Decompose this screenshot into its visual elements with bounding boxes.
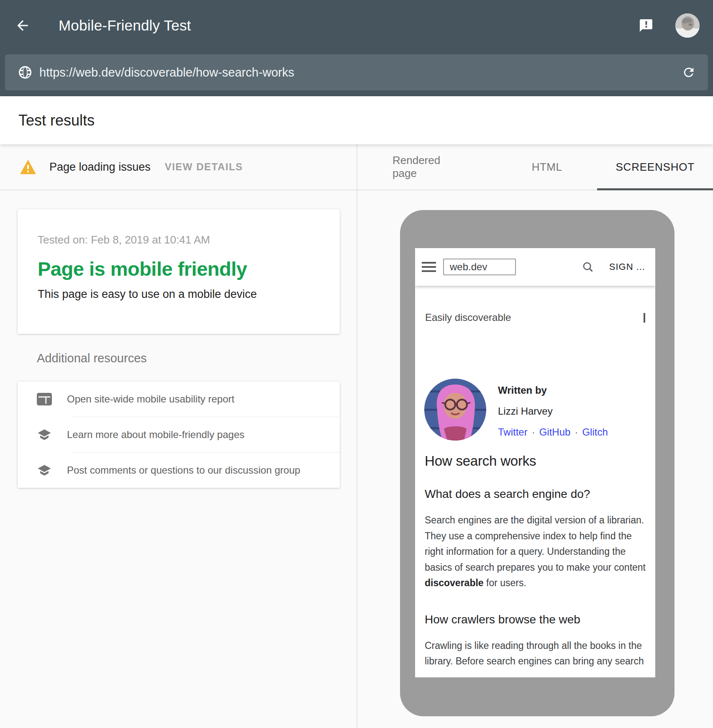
phone-mockup-bezel: web.dev SIGN ... Easily discoverable bbox=[400, 210, 675, 716]
author-avatar bbox=[424, 379, 486, 441]
site-search-value: web.dev bbox=[450, 261, 487, 273]
sign-in-label: SIGN ... bbox=[609, 261, 645, 272]
resource-row-discussion-group[interactable]: Post comments or questions to our discus… bbox=[18, 453, 340, 488]
additional-resources-heading: Additional resources bbox=[37, 351, 147, 365]
resource-label: Open site-wide mobile usability report bbox=[67, 393, 234, 405]
author-name: Lizzi Harvey bbox=[498, 405, 608, 417]
tested-on-timestamp: Tested on: Feb 8, 2019 at 10:41 AM bbox=[38, 233, 318, 246]
usability-report-icon bbox=[37, 393, 52, 405]
discussion-icon bbox=[37, 463, 52, 477]
mobile-friendly-test-app: Mobile-Friendly Test https://web.dev/dis… bbox=[0, 0, 713, 728]
written-by-label: Written by bbox=[498, 385, 608, 396]
learn-icon bbox=[37, 428, 52, 442]
breadcrumb: Easily discoverable bbox=[425, 312, 511, 323]
app-title: Mobile-Friendly Test bbox=[59, 17, 191, 34]
verdict-subtitle: This page is easy to use on a mobile dev… bbox=[38, 288, 318, 301]
app-bar: Mobile-Friendly Test bbox=[0, 0, 713, 51]
section-heading-2: How crawlers browse the web bbox=[425, 613, 646, 626]
hamburger-menu-icon bbox=[422, 262, 436, 272]
bold-keyword: discoverable bbox=[425, 577, 484, 588]
verdict-title: Page is mobile friendly bbox=[38, 257, 318, 280]
url-text: https://web.dev/discoverable/how-search-… bbox=[39, 66, 294, 79]
breadcrumb-row: Easily discoverable bbox=[415, 312, 655, 323]
content-area: Page loading issues VIEW DETAILS Tested … bbox=[0, 144, 713, 728]
article-title: How search works bbox=[425, 453, 646, 469]
top-chrome: Mobile-Friendly Test https://web.dev/dis… bbox=[0, 0, 713, 96]
resources-card: Open site-wide mobile usability report L… bbox=[18, 382, 340, 488]
resource-label: Post comments or questions to our discus… bbox=[67, 464, 300, 476]
link-separator: · bbox=[570, 426, 582, 438]
url-bar[interactable]: https://web.dev/discoverable/how-search-… bbox=[5, 54, 708, 90]
paragraph-1: Search engines are the digital version o… bbox=[425, 513, 651, 591]
refresh-button[interactable] bbox=[680, 64, 697, 81]
link-github: GitHub bbox=[539, 426, 571, 438]
user-avatar[interactable] bbox=[675, 13, 700, 38]
feedback-icon bbox=[639, 18, 654, 33]
back-button[interactable] bbox=[13, 16, 32, 35]
resource-row-learn-more[interactable]: Learn more about mobile-friendly pages bbox=[18, 417, 340, 452]
tab-screenshot[interactable]: SCREENSHOT bbox=[597, 144, 713, 190]
page-title: Test results bbox=[18, 112, 95, 129]
globe-icon bbox=[18, 65, 33, 80]
text-caret bbox=[644, 313, 645, 323]
article-body: How search works What does a search engi… bbox=[415, 453, 655, 669]
screenshot-site-header: web.dev SIGN ... bbox=[415, 248, 655, 286]
tab-rendered-page[interactable]: Rendered page bbox=[382, 144, 463, 190]
refresh-icon bbox=[682, 65, 696, 79]
tab-html[interactable]: HTML bbox=[522, 144, 572, 190]
warning-icon bbox=[19, 159, 37, 175]
author-block: Written by Lizzi Harvey Twitter·GitHub·G… bbox=[415, 379, 655, 441]
link-separator: · bbox=[528, 426, 539, 438]
user-avatar-photo bbox=[675, 13, 700, 38]
result-card: Tested on: Feb 8, 2019 at 10:41 AM Page … bbox=[18, 209, 340, 334]
phone-screenshot-image: web.dev SIGN ... Easily discoverable bbox=[415, 248, 655, 677]
link-glitch: Glitch bbox=[582, 426, 608, 438]
panel-divider bbox=[356, 144, 357, 728]
resource-row-usability-report[interactable]: Open site-wide mobile usability report bbox=[18, 382, 340, 417]
url-row: https://web.dev/discoverable/how-search-… bbox=[0, 51, 713, 96]
link-twitter: Twitter bbox=[498, 426, 528, 438]
page-issues-row: Page loading issues VIEW DETAILS bbox=[0, 144, 356, 190]
resource-label: Learn more about mobile-friendly pages bbox=[67, 429, 244, 441]
page-loading-issues-label: Page loading issues bbox=[49, 161, 151, 174]
feedback-button[interactable] bbox=[637, 16, 655, 35]
section-heading-1: What does a search engine do? bbox=[425, 487, 646, 501]
site-search-field: web.dev bbox=[443, 259, 516, 275]
results-band: Test results bbox=[0, 96, 713, 144]
paragraph-2: Crawling is like reading through all the… bbox=[425, 638, 651, 669]
search-icon bbox=[582, 261, 594, 273]
preview-tabs: Rendered page HTML SCREENSHOT bbox=[357, 144, 713, 190]
view-details-link[interactable]: VIEW DETAILS bbox=[165, 161, 243, 173]
back-arrow-icon bbox=[15, 18, 31, 33]
author-links: Twitter·GitHub·Glitch bbox=[498, 426, 608, 438]
